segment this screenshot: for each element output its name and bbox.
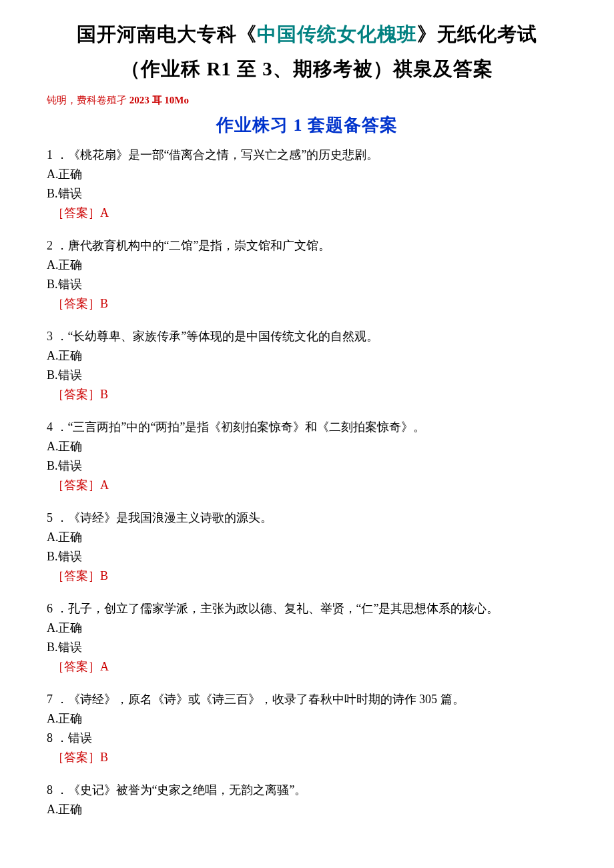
option-a: A.正确 <box>47 528 567 546</box>
option-b: B.错误 <box>47 276 567 294</box>
answer: ［答案］A <box>52 204 567 222</box>
option-b: B.错误 <box>47 638 567 657</box>
title2-mid: 至 <box>232 58 263 79</box>
title2-post: 、期移考被）祺泉及答案 <box>273 58 493 79</box>
question-block: 1 ．《桃花扇》是一部“借离合之情，写兴亡之感”的历史悲剧。 A.正确 B.错误… <box>47 146 567 222</box>
document-title-line1: 国开河南电大专科《中国传统女化槐班》无纸化考试 <box>47 20 567 49</box>
title1-pre: 国开河南电大专科《 <box>77 23 257 45</box>
section-num: 1 <box>294 115 303 135</box>
question-block: 7 ．《诗经》，原名《诗》或《诗三百》，收录了春秋中叶时期的诗作 305 篇。 … <box>47 691 567 767</box>
question-block: 8 ．《史记》被誉为“史家之绝唱，无韵之离骚”。 A.正确 <box>47 781 567 819</box>
question-text: 8 ．《史记》被誉为“史家之绝唱，无韵之离骚”。 <box>47 781 567 799</box>
question-text: 7 ．《诗经》，原名《诗》或《诗三百》，收录了春秋中叶时期的诗作 305 篇。 <box>47 691 567 709</box>
option-b: B.错误 <box>47 548 567 566</box>
note-mid: 耳 <box>149 95 165 105</box>
note-year: 2023 <box>129 95 149 105</box>
title1-teal: 中国传统女化槐班 <box>257 23 417 45</box>
option-b: 8 ．错误 <box>47 729 567 747</box>
section-post: 套题备答案 <box>303 115 398 135</box>
question-block: 2 ．唐代教育机构中的“二馆”是指，崇文馆和广文馆。 A.正确 B.错误 ［答案… <box>47 237 567 313</box>
question-text: 6 ．孔子，创立了儒家学派，主张为政以德、复礼、举贤，“仁”是其思想体系的核心。 <box>47 600 567 618</box>
title2-three: 3 <box>262 58 273 79</box>
option-a: A.正确 <box>47 256 567 274</box>
note-pre: 钝明，费科卷殖孑 <box>47 95 129 105</box>
option-a: A.正确 <box>47 801 567 819</box>
answer: ［答案］B <box>52 295 567 313</box>
question-block: 4 ．“三言两拍”中的“两拍”是指《初刻拍案惊奇》和《二刻拍案惊奇》。 A.正确… <box>47 418 567 494</box>
title1-post: 》无纸化考试 <box>417 23 537 45</box>
question-block: 3 ．“长幼尊卑、家族传承”等体现的是中国传统文化的自然观。 A.正确 B.错误… <box>47 328 567 404</box>
question-block: 6 ．孔子，创立了儒家学派，主张为政以德、复礼、举贤，“仁”是其思想体系的核心。… <box>47 600 567 676</box>
answer: ［答案］A <box>52 658 567 676</box>
section-heading: 作业株习 1 套题备答案 <box>47 112 567 138</box>
question-text: 1 ．《桃花扇》是一部“借离合之情，写兴亡之感”的历史悲剧。 <box>47 146 567 164</box>
answer: ［答案］B <box>52 386 567 404</box>
option-a: A.正确 <box>47 619 567 637</box>
question-text: 4 ．“三言两拍”中的“两拍”是指《初刻拍案惊奇》和《二刻拍案惊奇》。 <box>47 418 567 436</box>
question-text: 5 ．《诗经》是我国浪漫主义诗歌的源头。 <box>47 509 567 527</box>
option-a: A.正确 <box>47 438 567 456</box>
note-line: 钝明，费科卷殖孑 2023 耳 10Mo <box>47 93 567 108</box>
document-title-line2: （作业秝 R1 至 3、期移考被）祺泉及答案 <box>47 55 567 84</box>
option-a: A.正确 <box>47 710 567 728</box>
question-block: 5 ．《诗经》是我国浪漫主义诗歌的源头。 A.正确 B.错误 ［答案］B <box>47 509 567 585</box>
answer: ［答案］A <box>52 476 567 494</box>
question-text: 2 ．唐代教育机构中的“二馆”是指，崇文馆和广文馆。 <box>47 237 567 255</box>
option-b: B.错误 <box>47 457 567 475</box>
option-b: B.错误 <box>47 366 567 384</box>
title2-pre: （作业秝 <box>121 58 206 79</box>
answer: ［答案］B <box>52 749 567 767</box>
note-suffix: 10Mo <box>164 95 189 105</box>
option-b: B.错误 <box>47 185 567 203</box>
option-a: A.正确 <box>47 347 567 365</box>
option-a: A.正确 <box>47 165 567 183</box>
section-pre: 作业株习 <box>216 115 294 135</box>
title2-r1: R1 <box>206 58 231 79</box>
answer: ［答案］B <box>52 567 567 585</box>
question-text: 3 ．“长幼尊卑、家族传承”等体现的是中国传统文化的自然观。 <box>47 328 567 346</box>
